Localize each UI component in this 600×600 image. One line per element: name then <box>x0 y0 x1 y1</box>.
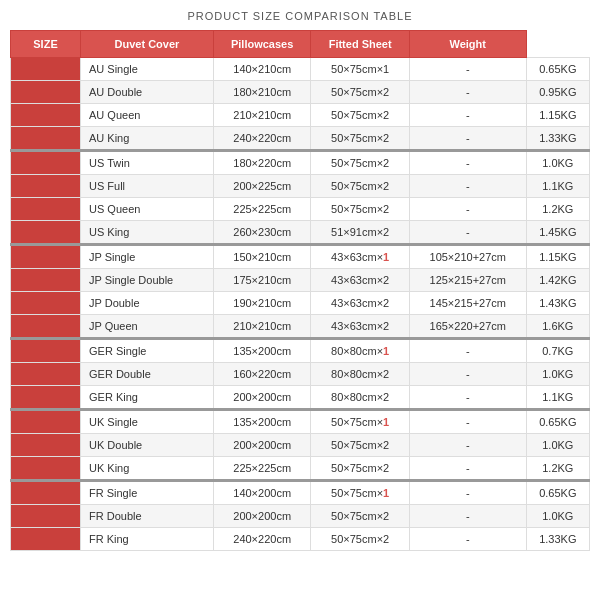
fitted-cell: 105×210+27cm <box>409 245 526 269</box>
size-cell: US Full <box>81 175 214 198</box>
pillow-cell: 80×80cm×2 <box>311 386 409 410</box>
size-cell: JP Queen <box>81 315 214 339</box>
duvet-cell: 240×220cm <box>213 528 311 551</box>
group-sidebar <box>11 315 81 339</box>
size-cell: FR Double <box>81 505 214 528</box>
col-header-fitted-sheet: Fitted Sheet <box>311 31 409 58</box>
size-cell: AU Single <box>81 58 214 81</box>
group-sidebar <box>11 198 81 221</box>
fitted-cell: - <box>409 104 526 127</box>
group-sidebar <box>11 221 81 245</box>
fitted-cell: - <box>409 363 526 386</box>
fitted-cell: - <box>409 410 526 434</box>
fitted-cell: - <box>409 198 526 221</box>
group-sidebar <box>11 386 81 410</box>
group-sidebar <box>11 410 81 434</box>
size-cell: GER Single <box>81 339 214 363</box>
fitted-cell: - <box>409 505 526 528</box>
duvet-cell: 240×220cm <box>213 127 311 151</box>
fitted-cell: - <box>409 481 526 505</box>
pillow-cell: 50×75cm×2 <box>311 528 409 551</box>
duvet-cell: 140×200cm <box>213 481 311 505</box>
col-header-pillowcases: Pillowcases <box>213 31 311 58</box>
fitted-cell: - <box>409 528 526 551</box>
fitted-cell: - <box>409 434 526 457</box>
main-container: PRODUCT SIZE COMPARISON TABLE SIZEDuvet … <box>10 10 590 551</box>
size-cell: US Twin <box>81 151 214 175</box>
duvet-cell: 210×210cm <box>213 104 311 127</box>
duvet-cell: 135×200cm <box>213 410 311 434</box>
pillow-cell: 80×80cm×2 <box>311 363 409 386</box>
pillow-cell: 50×75cm×2 <box>311 127 409 151</box>
fitted-cell: - <box>409 221 526 245</box>
pillow-cell: 43×63cm×1 <box>311 245 409 269</box>
weight-cell: 1.0KG <box>526 434 589 457</box>
group-sidebar <box>11 292 81 315</box>
col-header-weight: Weight <box>409 31 526 58</box>
duvet-cell: 140×210cm <box>213 58 311 81</box>
duvet-cell: 135×200cm <box>213 339 311 363</box>
pillow-cell: 50×75cm×2 <box>311 151 409 175</box>
weight-cell: 1.1KG <box>526 175 589 198</box>
group-sidebar <box>11 104 81 127</box>
weight-cell: 1.0KG <box>526 363 589 386</box>
size-cell: AU Double <box>81 81 214 104</box>
size-cell: FR Single <box>81 481 214 505</box>
duvet-cell: 180×220cm <box>213 151 311 175</box>
size-cell: US King <box>81 221 214 245</box>
weight-cell: 1.2KG <box>526 198 589 221</box>
weight-cell: 0.65KG <box>526 410 589 434</box>
pillow-cell: 51×91cm×2 <box>311 221 409 245</box>
size-cell: GER King <box>81 386 214 410</box>
pillow-cell: 50×75cm×2 <box>311 434 409 457</box>
duvet-cell: 190×210cm <box>213 292 311 315</box>
duvet-cell: 180×210cm <box>213 81 311 104</box>
fitted-cell: - <box>409 58 526 81</box>
duvet-cell: 175×210cm <box>213 269 311 292</box>
group-sidebar <box>11 339 81 363</box>
group-sidebar <box>11 528 81 551</box>
weight-cell: 1.45KG <box>526 221 589 245</box>
group-sidebar <box>11 58 81 81</box>
group-sidebar <box>11 245 81 269</box>
pillow-cell: 50×75cm×2 <box>311 81 409 104</box>
size-cell: UK King <box>81 457 214 481</box>
pillow-cell: 43×63cm×2 <box>311 292 409 315</box>
size-cell: FR King <box>81 528 214 551</box>
duvet-cell: 225×225cm <box>213 198 311 221</box>
size-comparison-table: SIZEDuvet CoverPillowcasesFitted SheetWe… <box>10 30 590 551</box>
weight-cell: 0.95KG <box>526 81 589 104</box>
duvet-cell: 150×210cm <box>213 245 311 269</box>
group-sidebar <box>11 505 81 528</box>
weight-cell: 1.0KG <box>526 505 589 528</box>
size-cell: UK Double <box>81 434 214 457</box>
size-cell: JP Single Double <box>81 269 214 292</box>
duvet-cell: 260×230cm <box>213 221 311 245</box>
duvet-cell: 210×210cm <box>213 315 311 339</box>
group-sidebar <box>11 269 81 292</box>
weight-cell: 1.15KG <box>526 245 589 269</box>
col-header-duvet-cover: Duvet Cover <box>81 31 214 58</box>
fitted-cell: - <box>409 151 526 175</box>
pillow-cell: 80×80cm×1 <box>311 339 409 363</box>
size-cell: AU King <box>81 127 214 151</box>
pillow-cell: 50×75cm×2 <box>311 457 409 481</box>
group-sidebar <box>11 481 81 505</box>
fitted-cell: - <box>409 175 526 198</box>
duvet-cell: 200×200cm <box>213 386 311 410</box>
weight-cell: 1.15KG <box>526 104 589 127</box>
fitted-cell: - <box>409 339 526 363</box>
pillow-cell: 43×63cm×2 <box>311 315 409 339</box>
weight-cell: 1.0KG <box>526 151 589 175</box>
weight-cell: 1.42KG <box>526 269 589 292</box>
pillow-cell: 50×75cm×1 <box>311 481 409 505</box>
weight-cell: 0.7KG <box>526 339 589 363</box>
fitted-cell: - <box>409 386 526 410</box>
group-sidebar <box>11 457 81 481</box>
pillow-cell: 50×75cm×1 <box>311 410 409 434</box>
duvet-cell: 200×225cm <box>213 175 311 198</box>
pillow-cell: 50×75cm×1 <box>311 58 409 81</box>
fitted-cell: 125×215+27cm <box>409 269 526 292</box>
size-cell: AU Queen <box>81 104 214 127</box>
weight-cell: 1.2KG <box>526 457 589 481</box>
